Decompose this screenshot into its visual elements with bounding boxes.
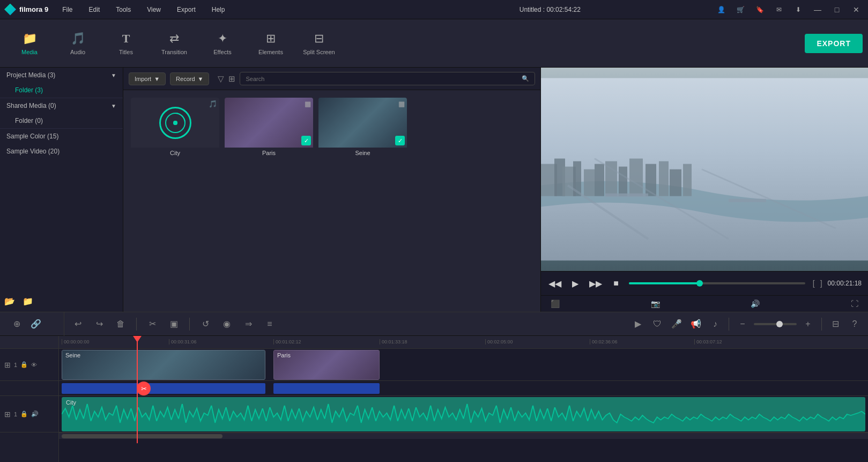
titles-icon: T — [122, 32, 130, 46]
menu-export[interactable]: Export — [174, 4, 199, 16]
menu-tools[interactable]: Tools — [113, 4, 134, 16]
import-folder-button[interactable]: 📁 — [23, 296, 33, 306]
prev-frame-button[interactable]: ◀◀ — [547, 276, 562, 291]
shared-media-row[interactable]: Shared Media (0) ▼ — [0, 98, 123, 113]
add-folder-button[interactable]: 📂 — [4, 296, 15, 306]
timeline-scrollbar[interactable] — [59, 432, 868, 439]
cut-button[interactable]: ✂ — [144, 316, 160, 332]
zoom-in-button[interactable]: + — [800, 316, 816, 332]
help-button[interactable]: ? — [847, 316, 863, 332]
filter-icon[interactable]: ▽ — [218, 74, 224, 84]
record-button[interactable]: Record ▼ — [170, 72, 209, 85]
redo-button[interactable]: ↪ — [91, 316, 107, 332]
audio-clip-city[interactable]: City /* waveform bars generated inline *… — [62, 397, 865, 431]
seine-check-icon: ✓ — [395, 136, 405, 145]
fullscreen-monitor-button[interactable]: ⬛ — [547, 298, 563, 310]
audio-lock-icon[interactable]: 🔒 — [20, 410, 28, 417]
tool-media[interactable]: 📁 Media — [5, 22, 54, 65]
volume-button[interactable]: 🔊 — [747, 298, 763, 310]
play-button[interactable]: ▶ — [568, 276, 583, 291]
audio-adjust-button[interactable]: ≡ — [262, 316, 278, 332]
mic-button[interactable]: 🎤 — [669, 316, 685, 332]
menu-edit[interactable]: Edit — [86, 4, 103, 16]
video-clip-paris[interactable]: Paris — [273, 350, 380, 380]
crop-button[interactable]: ▣ — [166, 316, 182, 332]
mark-in-icon[interactable]: [ — [813, 279, 815, 288]
audio-waveform: /* waveform bars generated inline */ — [62, 397, 865, 431]
ts-6: 00:03:07:12 — [694, 339, 722, 344]
cut-marker: ✂ — [137, 382, 151, 395]
toolbar-separator-2 — [189, 318, 190, 331]
import-dropdown-icon: ▼ — [154, 76, 160, 82]
zoom-slider[interactable] — [754, 323, 797, 325]
ts-5: 00:02:36:06 — [590, 339, 618, 344]
sample-color-row[interactable]: Sample Color (15) — [0, 129, 123, 144]
tool-titles[interactable]: T Titles — [102, 22, 150, 65]
media-item-seine[interactable]: ▦ ✓ Seine — [318, 98, 407, 304]
playhead[interactable] — [137, 336, 138, 443]
preview-video — [541, 68, 868, 271]
audio-speaker-icon[interactable]: 🔊 — [31, 410, 39, 417]
project-media-row[interactable]: Project Media (3) ▼ — [0, 68, 123, 83]
maximize-button[interactable]: □ — [829, 2, 844, 17]
account-icon[interactable]: 👤 — [714, 2, 729, 17]
folder-0-label: Folder (0) — [15, 117, 43, 124]
tool-splitscreen[interactable]: ⊟ Split Screen — [295, 22, 343, 65]
media-item-city[interactable]: 🎵 City — [131, 98, 219, 304]
video-clip-seine[interactable]: Seine — [62, 350, 265, 380]
search-input[interactable] — [246, 76, 518, 82]
menu-file[interactable]: File — [59, 4, 76, 16]
export-button[interactable]: EXPORT — [805, 34, 863, 53]
mail-icon[interactable]: ✉ — [771, 2, 787, 17]
color-correct-button[interactable]: ◉ — [219, 316, 235, 332]
link-button[interactable]: 🔗 — [29, 317, 43, 331]
undo-button[interactable]: ↩ — [70, 316, 86, 332]
cart-icon[interactable]: 🛒 — [733, 2, 748, 17]
close-button[interactable]: ✕ — [849, 2, 864, 17]
music-circle-icon — [159, 107, 191, 139]
scroll-thumb[interactable] — [62, 434, 222, 438]
split-view-button[interactable]: ⊟ — [827, 316, 843, 332]
mark-out-icon[interactable]: ] — [820, 279, 822, 288]
ts-3: 00:01:33:18 — [380, 339, 407, 344]
minimize-button[interactable]: — — [810, 2, 825, 17]
ruler-timestamps: 00:00:00:00 00:00:31:06 00:01:02:12 00:0… — [59, 336, 868, 349]
next-frame-button[interactable]: ▶▶ — [588, 276, 603, 291]
import-button[interactable]: Import ▼ — [129, 72, 166, 85]
stop-button[interactable]: ■ — [609, 276, 624, 291]
shield-button[interactable]: 🛡 — [649, 316, 665, 332]
zoom-out-button[interactable]: − — [735, 316, 751, 332]
folder-3-row[interactable]: Folder (3) — [0, 83, 123, 98]
tool-effects[interactable]: ✦ Effects — [198, 22, 247, 65]
splitscreen-icon: ⊟ — [314, 32, 324, 46]
fullscreen-button[interactable]: ⛶ — [848, 298, 862, 310]
media-panel: Import ▼ Record ▼ ▽ ⊞ 🔍 — [123, 68, 541, 312]
play-video-button[interactable]: ▶ — [630, 316, 646, 332]
tool-elements[interactable]: ⊞ Elements — [247, 22, 295, 65]
shared-media-label: Shared Media (0) — [6, 102, 56, 109]
folder-0-row[interactable]: Folder (0) — [0, 113, 123, 128]
delete-button[interactable]: 🗑 — [113, 316, 129, 332]
video-eye-icon[interactable]: 👁 — [31, 362, 37, 368]
audio-track-number: 1 — [14, 411, 17, 417]
svg-rect-10 — [619, 167, 627, 196]
music-track-button[interactable]: ♪ — [707, 316, 723, 332]
add-track-button[interactable]: ⊕ — [10, 317, 24, 331]
video-lock-icon[interactable]: 🔒 — [20, 361, 28, 368]
tool-audio[interactable]: 🎵 Audio — [54, 22, 102, 65]
voice-button[interactable]: 📢 — [688, 316, 704, 332]
rotate-button[interactable]: ↺ — [197, 316, 213, 332]
video-track-1: Seine Paris — [59, 349, 868, 381]
toolbar-separator-1 — [136, 318, 137, 331]
menu-help[interactable]: Help — [209, 4, 228, 16]
grid-icon[interactable]: ⊞ — [228, 74, 235, 84]
speed-button[interactable]: ⇒ — [240, 316, 256, 332]
progress-bar[interactable] — [629, 282, 805, 284]
snapshot-button[interactable]: 📷 — [648, 298, 663, 310]
media-item-paris[interactable]: ▦ ✓ Paris — [225, 98, 313, 304]
tool-transition[interactable]: ⇄ Transition — [150, 22, 198, 65]
sample-video-row[interactable]: Sample Video (20) — [0, 144, 123, 159]
bookmark-icon[interactable]: 🔖 — [752, 2, 767, 17]
download-icon[interactable]: ⬇ — [791, 2, 806, 17]
menu-view[interactable]: View — [144, 4, 164, 16]
